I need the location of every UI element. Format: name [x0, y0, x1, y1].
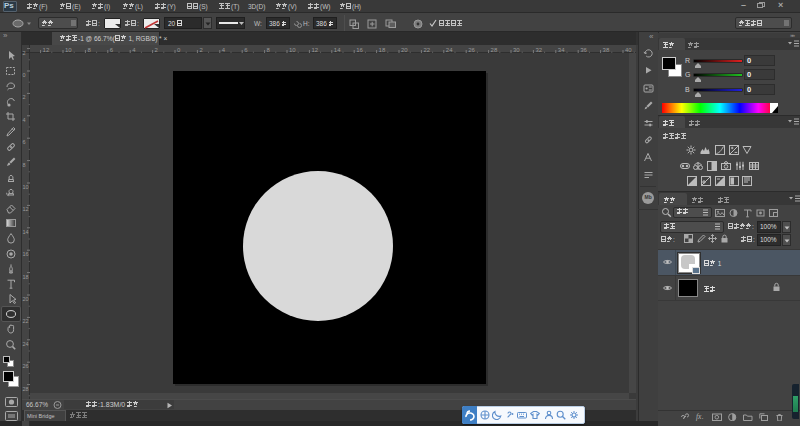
- svg-text:26: 26: [468, 47, 475, 53]
- svg-text:4: 4: [222, 47, 226, 53]
- svg-text:14: 14: [23, 229, 29, 235]
- svg-text:8: 8: [267, 47, 271, 53]
- svg-text:10: 10: [65, 47, 72, 53]
- svg-text:20: 20: [23, 296, 29, 302]
- svg-text:6: 6: [110, 47, 114, 53]
- svg-text:6: 6: [23, 139, 26, 145]
- svg-text:26: 26: [23, 363, 29, 369]
- svg-text:16: 16: [356, 47, 363, 53]
- svg-text:12: 12: [23, 206, 29, 212]
- svg-text:30: 30: [513, 47, 520, 53]
- svg-text:22: 22: [423, 47, 430, 53]
- svg-text:12: 12: [311, 47, 318, 53]
- svg-text:0: 0: [23, 72, 26, 78]
- svg-text:28: 28: [23, 386, 29, 392]
- svg-text:38: 38: [603, 47, 610, 53]
- svg-text:8: 8: [87, 47, 91, 53]
- svg-text:4: 4: [132, 47, 136, 53]
- svg-text:28: 28: [491, 47, 498, 53]
- svg-text:2: 2: [199, 47, 203, 53]
- svg-text:24: 24: [23, 341, 29, 347]
- svg-text:0: 0: [177, 47, 181, 53]
- svg-text:2: 2: [155, 47, 159, 53]
- svg-text:32: 32: [535, 47, 542, 53]
- svg-text:14: 14: [334, 47, 341, 53]
- svg-text:2: 2: [23, 94, 26, 100]
- svg-text:18: 18: [379, 47, 386, 53]
- svg-text:16: 16: [23, 251, 29, 257]
- svg-text:10: 10: [23, 184, 29, 190]
- svg-text:24: 24: [446, 47, 453, 53]
- svg-text:18: 18: [23, 274, 29, 280]
- svg-text:6: 6: [244, 47, 248, 53]
- svg-text:8: 8: [23, 162, 26, 168]
- svg-text:4: 4: [23, 117, 26, 123]
- svg-text:36: 36: [580, 47, 587, 53]
- svg-text:12: 12: [43, 47, 50, 53]
- svg-text:22: 22: [23, 318, 29, 324]
- svg-text:10: 10: [289, 47, 296, 53]
- svg-text:34: 34: [558, 47, 565, 53]
- svg-text:2: 2: [23, 50, 26, 56]
- svg-text:20: 20: [401, 47, 408, 53]
